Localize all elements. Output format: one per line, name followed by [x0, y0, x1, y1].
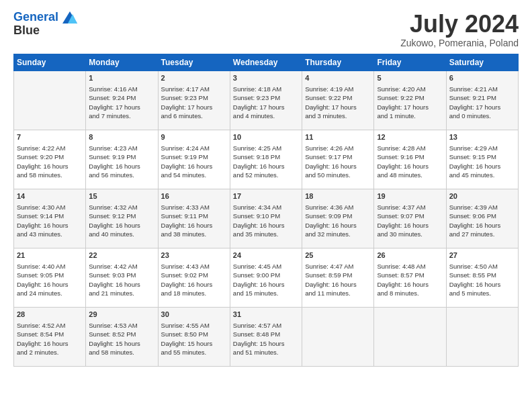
header-row: Sunday Monday Tuesday Wednesday Thursday… — [14, 54, 519, 71]
calendar-cell: 6Sunrise: 4:21 AMSunset: 9:21 PMDaylight… — [446, 71, 518, 130]
cell-line: Sunset: 9:00 PM — [233, 271, 299, 279]
cell-line: Sunset: 9:20 PM — [17, 152, 83, 161]
day-number: 22 — [89, 250, 154, 261]
cell-line: Daylight: 16 hours — [233, 280, 299, 289]
calendar-cell: 24Sunrise: 4:45 AMSunset: 9:00 PMDayligh… — [230, 248, 302, 307]
day-number: 8 — [89, 132, 154, 142]
calendar-cell: 28Sunrise: 4:52 AMSunset: 8:54 PMDayligh… — [14, 307, 86, 366]
cell-line: Sunrise: 4:30 AM — [17, 203, 83, 212]
cell-line: Sunset: 9:19 PM — [89, 152, 154, 161]
cell-line: and 52 minutes. — [233, 171, 299, 179]
day-number: 17 — [233, 191, 299, 201]
cell-line: Sunset: 9:19 PM — [161, 152, 227, 161]
col-tuesday: Tuesday — [158, 54, 230, 71]
day-number: 31 — [233, 310, 299, 320]
calendar-cell: 20Sunrise: 4:39 AMSunset: 9:06 PMDayligh… — [446, 189, 518, 248]
logo: General Blue — [13, 11, 77, 38]
header: General Blue July 2024 Zukowo, Pomerania… — [13, 11, 519, 48]
day-number: 24 — [233, 250, 299, 261]
cell-line: Daylight: 16 hours — [233, 221, 299, 230]
cell-line: Sunset: 8:54 PM — [17, 330, 83, 338]
cell-line: Sunset: 9:16 PM — [377, 152, 443, 161]
cell-line: Sunrise: 4:33 AM — [161, 203, 227, 212]
day-number: 20 — [449, 191, 515, 201]
cell-line: Sunset: 9:17 PM — [305, 152, 371, 161]
cell-line: Sunset: 9:11 PM — [161, 212, 227, 220]
cell-line: Daylight: 16 hours — [89, 221, 154, 230]
cell-line: Sunset: 9:09 PM — [305, 212, 371, 220]
calendar-cell: 1Sunrise: 4:16 AMSunset: 9:24 PMDaylight… — [86, 71, 158, 130]
cell-line: Daylight: 16 hours — [17, 162, 83, 171]
cell-line: Sunrise: 4:36 AM — [305, 203, 371, 212]
cell-line: and 40 minutes. — [89, 230, 154, 238]
day-number: 9 — [161, 132, 227, 142]
cell-line: and 15 minutes. — [233, 289, 299, 298]
calendar-cell: 9Sunrise: 4:24 AMSunset: 9:19 PMDaylight… — [158, 130, 230, 189]
calendar-cell: 14Sunrise: 4:30 AMSunset: 9:14 PMDayligh… — [14, 189, 86, 248]
cell-line: Daylight: 17 hours — [377, 103, 443, 111]
cell-line: Sunrise: 4:22 AM — [17, 144, 83, 152]
cell-line: Daylight: 16 hours — [161, 280, 227, 289]
calendar-cell: 26Sunrise: 4:48 AMSunset: 8:57 PMDayligh… — [374, 248, 446, 307]
cell-line: Sunrise: 4:28 AM — [377, 144, 443, 152]
cell-line: Sunset: 9:23 PM — [233, 93, 299, 102]
cell-line: and 0 minutes. — [449, 111, 515, 120]
calendar-table: Sunday Monday Tuesday Wednesday Thursday… — [13, 54, 519, 367]
calendar-cell — [14, 71, 86, 130]
cell-line: and 5 minutes. — [449, 289, 515, 298]
cell-line: Sunrise: 4:19 AM — [305, 85, 371, 93]
day-number: 27 — [449, 250, 515, 261]
cell-line: and 32 minutes. — [305, 230, 371, 238]
calendar-cell: 3Sunrise: 4:18 AMSunset: 9:23 PMDaylight… — [230, 71, 302, 130]
cell-line: Sunset: 9:05 PM — [17, 271, 83, 279]
cell-line: Sunrise: 4:47 AM — [305, 262, 371, 271]
col-thursday: Thursday — [302, 54, 374, 71]
cell-line: and 38 minutes. — [161, 230, 227, 238]
cell-line: Sunset: 8:48 PM — [233, 330, 299, 338]
day-number: 21 — [17, 250, 83, 261]
cell-line: and 8 minutes. — [377, 289, 443, 298]
cell-line: Daylight: 17 hours — [161, 103, 227, 111]
col-friday: Friday — [374, 54, 446, 71]
cell-line: Sunrise: 4:52 AM — [17, 321, 83, 330]
calendar-cell: 5Sunrise: 4:20 AMSunset: 9:22 PMDaylight… — [374, 71, 446, 130]
cell-line: and 18 minutes. — [161, 289, 227, 298]
cell-line: Sunset: 9:14 PM — [17, 212, 83, 220]
cell-line: Daylight: 16 hours — [377, 280, 443, 289]
cell-line: Sunrise: 4:39 AM — [449, 203, 515, 212]
cell-line: Daylight: 17 hours — [449, 103, 515, 111]
cell-line: Sunset: 9:18 PM — [233, 152, 299, 161]
cell-line: Sunset: 9:07 PM — [377, 212, 443, 220]
cell-line: Sunrise: 4:32 AM — [89, 203, 154, 212]
day-number: 30 — [161, 310, 227, 320]
logo-blue: Blue — [13, 24, 77, 38]
cell-line: and 30 minutes. — [377, 230, 443, 238]
cell-line: and 6 minutes. — [161, 111, 227, 120]
calendar-cell: 18Sunrise: 4:36 AMSunset: 9:09 PMDayligh… — [302, 189, 374, 248]
cell-line: Sunset: 8:50 PM — [161, 330, 227, 338]
cell-line: Sunset: 9:22 PM — [305, 93, 371, 102]
day-number: 2 — [161, 73, 227, 83]
day-number: 10 — [233, 132, 299, 142]
cell-line: Sunset: 9:06 PM — [449, 212, 515, 220]
cell-line: Daylight: 16 hours — [17, 221, 83, 230]
cell-line: Sunrise: 4:17 AM — [161, 85, 227, 93]
calendar-cell: 25Sunrise: 4:47 AMSunset: 8:59 PMDayligh… — [302, 248, 374, 307]
cell-line: and 7 minutes. — [89, 111, 154, 120]
calendar-cell: 23Sunrise: 4:43 AMSunset: 9:02 PMDayligh… — [158, 248, 230, 307]
cell-line: Daylight: 16 hours — [449, 162, 515, 171]
col-wednesday: Wednesday — [230, 54, 302, 71]
title-block: July 2024 Zukowo, Pomerania, Poland — [400, 11, 519, 48]
cell-line: and 56 minutes. — [89, 171, 154, 179]
day-number: 15 — [89, 191, 154, 201]
col-sunday: Sunday — [14, 54, 86, 71]
col-monday: Monday — [86, 54, 158, 71]
day-number: 11 — [305, 132, 371, 142]
calendar-cell: 4Sunrise: 4:19 AMSunset: 9:22 PMDaylight… — [302, 71, 374, 130]
cell-line: Sunrise: 4:53 AM — [89, 321, 154, 330]
calendar-cell: 27Sunrise: 4:50 AMSunset: 8:55 PMDayligh… — [446, 248, 518, 307]
cell-line: and 11 minutes. — [305, 289, 371, 298]
calendar-cell: 11Sunrise: 4:26 AMSunset: 9:17 PMDayligh… — [302, 130, 374, 189]
cell-line: Sunset: 9:23 PM — [161, 93, 227, 102]
cell-line: and 27 minutes. — [449, 230, 515, 238]
